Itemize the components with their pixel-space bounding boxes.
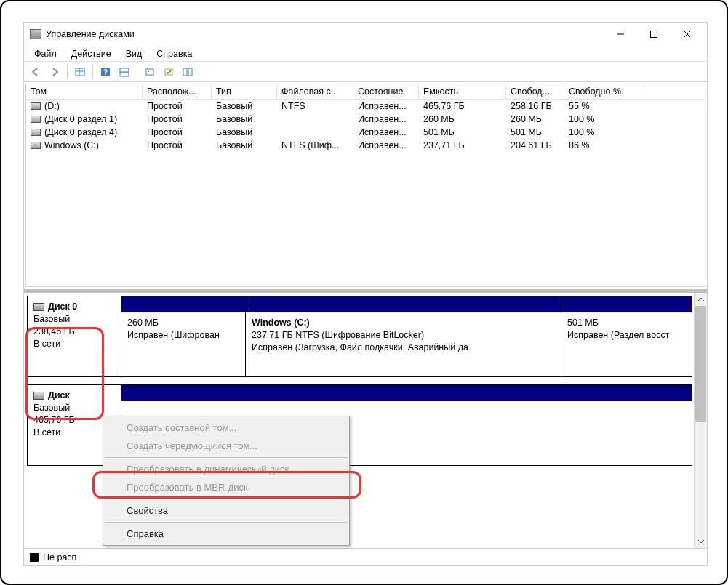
volume-row[interactable]: Windows (C:)ПростойБазовыйNTFS (Шиф...Ис… — [26, 139, 705, 152]
disk-0-partition-3[interactable]: 501 МБ Исправен (Раздел восст — [561, 296, 692, 376]
col-layout[interactable]: Располож... — [143, 84, 212, 99]
volume-filesystem — [277, 113, 353, 125]
disk-management-window: Управление дисками Файл Действие Вид Спр… — [23, 22, 708, 566]
col-freepct[interactable]: Свободно % — [564, 84, 644, 99]
refresh-button[interactable] — [141, 64, 159, 80]
volume-name: (Диск 0 раздел 1) — [44, 114, 117, 124]
ctx-convert-mbr: Преобразовать в MBR-диск — [103, 478, 349, 496]
app-icon — [30, 29, 41, 39]
toolbar: ? — [24, 62, 707, 82]
disk-0-partition-1[interactable]: 260 МБ Исправен (Шифрован — [121, 296, 245, 376]
svg-rect-13 — [183, 68, 187, 76]
volume-free: 501 МБ — [506, 126, 564, 138]
col-status[interactable]: Состояние — [353, 84, 419, 99]
scroll-up-icon[interactable] — [695, 293, 707, 306]
volume-freepct: 100 % — [564, 126, 644, 138]
volume-name: (Диск 0 раздел 4) — [44, 127, 117, 137]
ctx-create-striped: Создать чередующийся том... — [103, 437, 349, 455]
volume-freepct: 55 % — [564, 100, 644, 112]
volume-type: Базовый — [212, 113, 277, 125]
col-filesystem[interactable]: Файловая с... — [277, 84, 353, 99]
back-button[interactable] — [27, 64, 44, 80]
volume-filesystem — [277, 126, 353, 138]
volume-layout: Простой — [143, 140, 212, 151]
volume-row[interactable]: (Диск 0 раздел 4)ПростойБазовыйИсправен.… — [26, 126, 705, 139]
help-button[interactable]: ? — [97, 64, 114, 80]
volume-freepct: 100 % — [564, 113, 644, 125]
volume-icon — [31, 116, 41, 123]
disk-context-menu: Создать составной том... Создать чередую… — [103, 416, 350, 546]
volume-type: Базовый — [212, 126, 277, 138]
menu-action[interactable]: Действие — [64, 47, 119, 60]
volume-layout: Простой — [143, 113, 212, 125]
disk-0-type: Базовый — [33, 313, 115, 326]
disk-0-partitions: 260 МБ Исправен (Шифрован Windows (C:) 2… — [121, 296, 692, 377]
menu-file[interactable]: Файл — [27, 47, 64, 60]
volume-filesystem: NTFS — [277, 100, 353, 112]
ctx-create-spanned: Создать составной том... — [103, 419, 349, 437]
legend-bar: Не расп — [24, 548, 707, 565]
volume-filesystem: NTFS (Шиф... — [277, 140, 353, 151]
disk-icon — [33, 392, 44, 400]
apply-button[interactable] — [160, 64, 177, 80]
menubar: Файл Действие Вид Справка — [24, 46, 707, 62]
ctx-convert-dynamic: Преобразовать в динамический диск... — [103, 460, 349, 478]
volume-name: Windows (C:) — [44, 140, 99, 150]
volume-list-header: Том Располож... Тип Файловая с... Состоя… — [26, 84, 705, 100]
volume-icon — [31, 142, 41, 149]
svg-rect-9 — [120, 68, 129, 72]
col-volume[interactable]: Том — [26, 84, 143, 99]
volume-free: 204,61 ГБ — [506, 140, 564, 151]
volume-capacity: 465,76 ГБ — [419, 100, 506, 112]
volume-icon — [31, 129, 41, 136]
volume-free: 258,16 ГБ — [506, 100, 564, 112]
legend-swatch-unallocated — [30, 553, 39, 562]
window-title: Управление дисками — [46, 29, 604, 39]
svg-rect-1 — [651, 31, 657, 38]
menu-view[interactable]: Вид — [119, 47, 150, 60]
minimize-button[interactable] — [604, 23, 637, 45]
titlebar: Управление дисками — [24, 23, 707, 46]
layout-button[interactable] — [179, 64, 196, 80]
col-type[interactable]: Тип — [212, 84, 277, 99]
col-free[interactable]: Свобод... — [506, 84, 564, 99]
view-top-bottom-button[interactable] — [116, 64, 133, 80]
volume-status: Исправен... — [353, 100, 419, 112]
disk-0-partition-2[interactable]: Windows (C:) 237,71 ГБ NTFS (Шифрование … — [245, 296, 561, 376]
ctx-properties[interactable]: Свойства — [103, 501, 349, 520]
volume-type: Базовый — [212, 140, 277, 151]
volume-row[interactable]: (D:)ПростойБазовыйNTFSИсправен...465,76 … — [26, 100, 705, 113]
ctx-help[interactable]: Справка — [103, 525, 349, 543]
volume-capacity: 260 МБ — [419, 113, 506, 125]
forward-button[interactable] — [46, 64, 63, 80]
vertical-scrollbar[interactable] — [694, 293, 707, 548]
volume-layout: Простой — [143, 126, 212, 138]
volume-name: (D:) — [44, 101, 60, 111]
maximize-button[interactable] — [637, 23, 671, 45]
scrollbar-thumb[interactable] — [695, 306, 706, 422]
volume-row[interactable]: (Диск 0 раздел 1)ПростойБазовыйИсправен.… — [26, 113, 705, 126]
close-button[interactable] — [671, 23, 704, 45]
disk-0-title: Диск 0 — [48, 301, 77, 313]
svg-rect-4 — [76, 68, 84, 76]
volume-status: Исправен... — [353, 113, 419, 125]
svg-text:?: ? — [103, 68, 108, 76]
volume-layout: Простой — [143, 100, 212, 112]
disk-0-info[interactable]: Диск 0 Базовый 238,46 ГБ В сети — [27, 296, 121, 377]
menu-help[interactable]: Справка — [149, 47, 199, 60]
volume-type: Базовый — [212, 100, 277, 112]
disk-icon — [33, 303, 44, 311]
volume-capacity: 237,71 ГБ — [419, 140, 506, 151]
disk-1-title: Диск — [48, 390, 70, 402]
scroll-down-icon[interactable] — [695, 535, 707, 548]
volume-freepct: 86 % — [564, 140, 644, 151]
disk-1-type: Базовый — [33, 402, 115, 414]
view-details-button[interactable] — [71, 64, 89, 80]
volume-capacity: 501 МБ — [419, 126, 506, 138]
legend-unallocated-label: Не расп — [43, 552, 76, 562]
volume-icon — [31, 102, 41, 110]
volume-free: 260 МБ — [506, 113, 564, 125]
svg-rect-10 — [120, 73, 129, 76]
disk-0-status: В сети — [33, 338, 115, 350]
col-capacity[interactable]: Емкость — [419, 84, 506, 99]
